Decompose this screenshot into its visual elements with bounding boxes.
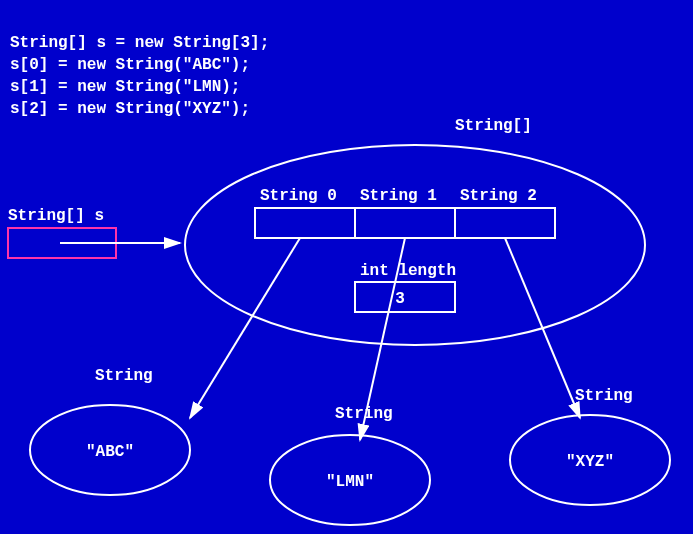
- array-cells-box: [255, 208, 555, 238]
- obj1-type: String: [335, 405, 393, 423]
- slot1-label: String 1: [360, 187, 437, 205]
- obj2-type: String: [575, 387, 633, 405]
- obj0-type: String: [95, 367, 153, 385]
- length-box: [355, 282, 455, 312]
- obj0-value: "ABC": [86, 443, 134, 461]
- obj1-value: "LMN": [326, 473, 374, 491]
- arrow-cell2: [505, 238, 580, 418]
- obj2-value: "XYZ": [566, 453, 614, 471]
- length-label: int length: [360, 262, 456, 280]
- var-label: String[] s: [8, 207, 104, 225]
- slot2-label: String 2: [460, 187, 537, 205]
- length-value: 3: [395, 290, 405, 308]
- diagram-canvas: String[] s String[] String 0 String 1 St…: [0, 0, 693, 534]
- array-type-label: String[]: [455, 117, 532, 135]
- slot0-label: String 0: [260, 187, 337, 205]
